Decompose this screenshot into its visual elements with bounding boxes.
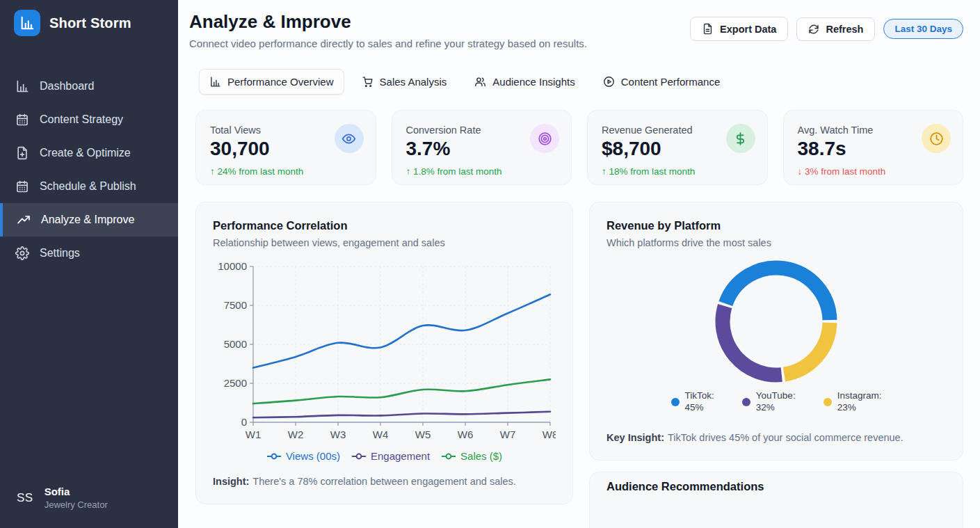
stat-card-total-views: Total Views30,700↑ 24% from last month [195,110,376,185]
sidebar-item-create-optimize[interactable]: Create & Optimize [0,136,178,170]
svg-text:W4: W4 [373,429,389,440]
tab-label: Sales Analysis [380,76,447,88]
legend-item-engagement: Engagement [351,450,430,462]
sidebar-item-label: Settings [40,247,80,259]
bar-chart-icon [19,15,35,31]
legend-text: YouTube:32% [756,390,796,414]
sidebar-item-label: Analyze & Improve [41,214,134,226]
sidebar-item-dashboard[interactable]: Dashboard [0,70,178,103]
key-insight: Key Insight:TikTok drives 45% of your so… [607,432,946,443]
calendar-icon [15,179,29,193]
export-data-label: Export Data [720,24,776,35]
stat-cards: Total Views30,700↑ 24% from last monthCo… [195,110,963,185]
refresh-button[interactable]: Refresh [796,17,875,41]
svg-text:5000: 5000 [224,338,247,350]
gear-icon [15,246,29,260]
svg-text:10000: 10000 [218,260,247,272]
calendar-icon [15,113,29,127]
target-icon [538,131,552,146]
insight-label: Insight: [213,476,249,487]
brand: Short Storm [0,0,178,46]
user-profile[interactable]: SS Sofia Jewelry Creator [0,473,178,528]
stat-delta: ↓ 3% from last month [798,166,949,177]
sidebar-nav: DashboardContent StrategyCreate & Optimi… [0,70,178,270]
svg-text:0: 0 [241,416,247,428]
tab-sales-analysis[interactable]: Sales Analysis [351,69,458,95]
donut-legend-item-youtube: YouTube:32% [742,390,796,414]
brand-bar-chart-icon [14,10,40,36]
tab-audience-insights[interactable]: Audience Insights [464,69,585,95]
chart-title: Performance Correlation [213,219,556,232]
stat-delta: ↑ 24% from last month [210,166,362,177]
brand-name: Short Storm [49,15,131,31]
svg-text:W6: W6 [458,429,474,440]
key-insight-text: TikTok drives 45% of your social commerc… [668,432,903,443]
donut-chart [714,259,838,383]
svg-text:W2: W2 [288,429,304,440]
sidebar: Short Storm DashboardContent StrategyCre… [0,0,178,528]
tab-label: Audience Insights [492,76,575,88]
legend-text: TikTok:45% [685,390,714,414]
key-insight-label: Key Insight: [607,432,664,443]
file-plus-icon [15,146,29,160]
stat-card-conversion-rate: Conversion Rate3.7%↑ 1.8% from last mont… [392,110,572,185]
sidebar-item-settings[interactable]: Settings [0,237,178,270]
chart-subtitle: Which platforms drive the most sales [607,237,946,248]
users-icon [474,76,486,88]
svg-text:W8: W8 [543,429,556,440]
svg-text:W5: W5 [415,429,431,440]
line-chart: 025005000750010000W1W2W3W4W5W6W7W8 [213,258,556,443]
svg-text:W1: W1 [246,429,262,440]
trending-up-icon [17,213,31,227]
tab-bar: Performance OverviewSales AnalysisAudien… [199,69,963,95]
refresh-icon [808,24,819,35]
insight-text: There's a 78% correlation between engage… [252,476,515,487]
donut-legend: TikTok:45%YouTube:32%Instagram:23% [607,390,946,414]
line-chart-legend: Views (00s)EngagementSales ($) [213,450,556,462]
file-text-icon [702,23,714,35]
svg-text:W7: W7 [500,429,516,440]
stat-delta: ↑ 1.8% from last month [406,166,558,177]
play-circle-icon [603,76,615,88]
svg-text:7500: 7500 [224,299,247,311]
card-title: Audience Recommendations [607,480,946,493]
charts-row: Performance Correlation Relationship bet… [195,202,963,528]
revenue-by-platform-card: Revenue by Platform Which platforms driv… [589,202,963,461]
sidebar-item-schedule-publish[interactable]: Schedule & Publish [0,170,178,203]
chart-title: Revenue by Platform [607,219,946,232]
tab-content-performance[interactable]: Content Performance [593,69,731,95]
stat-delta: ↑ 18% from last month [602,166,753,177]
dollar-icon [733,131,748,146]
stat-card-avg-watch-time: Avg. Watch Time38.7s↓ 3% from last month [783,110,964,185]
sidebar-item-label: Content Strategy [40,113,123,126]
stat-card-revenue-generated: Revenue Generated$8,700↑ 18% from last m… [587,110,768,185]
chart-subtitle: Relationship between views, engagement a… [213,237,556,248]
page-subtitle: Connect video performance directly to sa… [189,38,587,49]
sidebar-item-label: Schedule & Publish [40,180,136,193]
avatar: SS [17,491,33,505]
date-range-button[interactable]: Last 30 Days [883,19,963,39]
legend-text: Instagram:23% [837,390,882,414]
tab-label: Content Performance [621,76,721,88]
legend-item-sales: Sales ($) [441,450,502,462]
sidebar-item-label: Dashboard [40,80,94,93]
sidebar-item-content-strategy[interactable]: Content Strategy [0,103,178,136]
main-content: Analyze & Improve Connect video performa… [178,0,980,528]
tab-label: Performance Overview [227,76,334,88]
legend-line-icon [351,452,367,461]
export-data-button[interactable]: Export Data [690,17,788,41]
sidebar-item-analyze-improve[interactable]: Analyze & Improve [0,203,178,237]
cart-icon [362,76,373,88]
legend-line-icon [266,452,282,461]
legend-dot-icon [671,398,680,406]
file-text-icon [702,23,714,35]
eye-icon [342,131,356,146]
svg-text:W3: W3 [330,429,346,440]
sidebar-item-label: Create & Optimize [40,147,131,159]
performance-correlation-card: Performance Correlation Relationship bet… [195,202,573,504]
clock-icon [929,131,944,146]
legend-line-icon [441,452,456,461]
audience-recommendations-card: Audience Recommendations [589,472,963,528]
legend-item-views-00s: Views (00s) [266,450,340,462]
tab-performance-overview[interactable]: Performance Overview [199,69,344,95]
